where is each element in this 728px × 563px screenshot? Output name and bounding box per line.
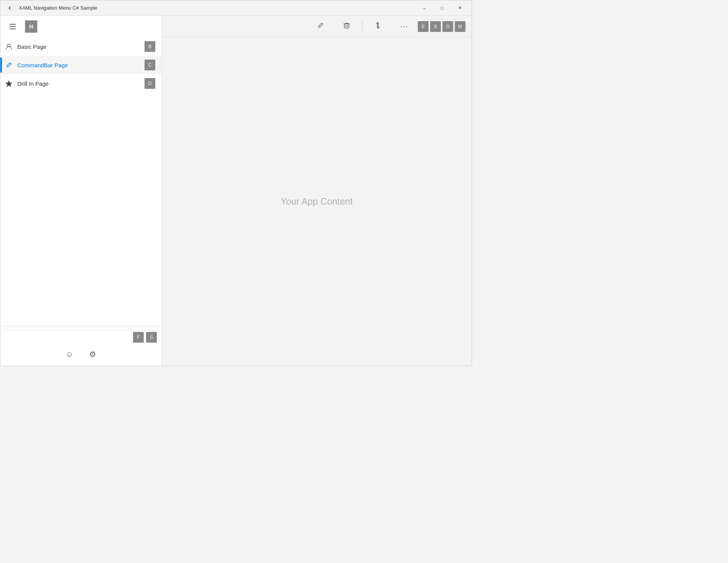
footer-badges-row: F S <box>5 332 157 343</box>
nav-item-commandbar-page-label: CommandBar Page <box>17 62 140 68</box>
minimize-button[interactable]: – <box>416 2 433 14</box>
hamburger-button[interactable] <box>5 19 20 34</box>
footer-badge-f[interactable]: F <box>133 332 144 343</box>
sort-icon <box>374 22 381 31</box>
trash-icon <box>343 22 350 31</box>
sidebar: H Basic Page B <box>0 16 162 366</box>
nav-item-drill-in-page-label: Drill In Page <box>17 80 140 87</box>
content-area: ··· E X O M Your App Content <box>162 16 472 366</box>
footer-badges: F S <box>5 332 157 343</box>
star-icon <box>5 80 13 87</box>
edit-icon <box>5 61 13 69</box>
hamburger-icon <box>10 24 16 29</box>
edit-command-button[interactable] <box>308 17 333 36</box>
command-bar-right: ··· E X O M <box>308 17 465 36</box>
command-bar: ··· E X O M <box>162 16 472 37</box>
command-badge-m[interactable]: M <box>455 21 465 32</box>
footer-badge-s[interactable]: S <box>146 332 157 343</box>
maximize-button[interactable]: □ <box>433 2 451 14</box>
nav-item-basic-page-label: Basic Page <box>17 43 140 50</box>
nav-item-basic-page[interactable]: Basic Page B <box>0 37 161 56</box>
command-separator <box>362 20 362 33</box>
sort-command-button[interactable] <box>366 17 390 36</box>
nav-badge-d: D <box>145 78 155 89</box>
nav-items: Basic Page B CommandBar Page C <box>0 37 161 326</box>
smiley-icon-button[interactable]: ☺ <box>63 347 76 361</box>
close-button[interactable]: ✕ <box>451 2 469 14</box>
window-title: XAML Navigation Menu C# Sample <box>19 5 416 11</box>
user-avatar: H <box>25 20 37 33</box>
footer-icons: ☺ ⚙ <box>5 344 157 363</box>
gear-icon: ⚙ <box>89 350 96 359</box>
content-body: Your App Content <box>162 37 472 366</box>
sidebar-footer: F S ☺ ⚙ <box>0 326 161 366</box>
footer-divider <box>5 330 157 330</box>
nav-badge-b: B <box>145 41 155 52</box>
settings-icon-button[interactable]: ⚙ <box>86 347 100 361</box>
more-icon: ··· <box>400 22 408 31</box>
window-controls: – □ ✕ <box>416 2 469 14</box>
command-badge-o[interactable]: O <box>442 21 453 32</box>
command-badge-e[interactable]: E <box>418 21 429 32</box>
app-layout: H Basic Page B <box>0 16 472 366</box>
more-command-button[interactable]: ··· <box>392 17 416 36</box>
smiley-icon: ☺ <box>65 350 73 359</box>
svg-rect-1 <box>344 24 349 28</box>
content-placeholder: Your App Content <box>281 196 352 207</box>
person-icon <box>5 43 13 50</box>
back-button[interactable] <box>3 2 16 14</box>
nav-item-drill-in-page[interactable]: Drill In Page D <box>0 74 161 93</box>
sidebar-header: H <box>0 16 161 37</box>
delete-command-button[interactable] <box>334 17 359 36</box>
pencil-icon <box>317 22 324 31</box>
nav-badge-c: C <box>145 60 155 70</box>
command-badge-x[interactable]: X <box>430 21 441 32</box>
nav-item-commandbar-page[interactable]: CommandBar Page C <box>0 56 161 74</box>
title-bar: XAML Navigation Menu C# Sample – □ ✕ <box>0 0 472 16</box>
